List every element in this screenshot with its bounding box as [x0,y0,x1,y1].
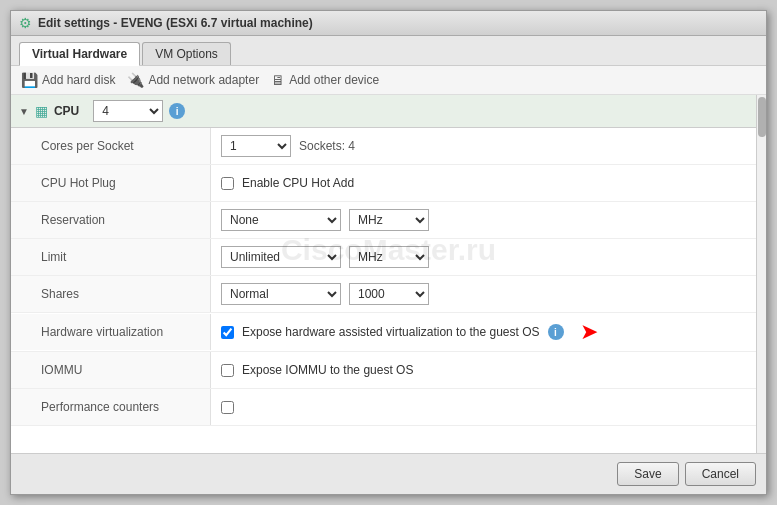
content-wrapper: ▼ ▦ CPU 4 1 2 8 16 i [11,95,756,453]
cpu-hot-plug-label: CPU Hot Plug [11,165,211,201]
iommu-checkbox-label: Expose IOMMU to the guest OS [242,363,413,377]
scrollbar-thumb[interactable] [758,97,766,137]
add-other-device-button[interactable]: 🖥 Add other device [271,72,379,88]
arrow-indicator: ➤ [580,319,598,345]
tab-virtual-hardware[interactable]: Virtual Hardware [19,42,140,66]
shares-content: Normal Low High Custom 1000 2000 [211,277,756,311]
performance-counters-label: Performance counters [11,389,211,425]
iommu-content: Expose IOMMU to the guest OS [211,357,756,383]
collapse-arrow-icon[interactable]: ▼ [19,106,29,117]
iommu-row: IOMMU Expose IOMMU to the guest OS [11,352,756,389]
add-network-adapter-button[interactable]: 🔌 Add network adapter [127,72,259,88]
reservation-unit-select[interactable]: MHz GHz [349,209,429,231]
reservation-row: Reservation None Custom MHz GHz [11,202,756,239]
cpu-section-header: ▼ ▦ CPU 4 1 2 8 16 i [11,95,756,128]
cancel-button[interactable]: Cancel [685,462,756,486]
performance-counters-checkbox[interactable] [221,401,234,414]
add-other-device-label: Add other device [289,73,379,87]
cpu-hot-plug-content: Enable CPU Hot Add [211,170,756,196]
iommu-checkbox[interactable] [221,364,234,377]
hardware-virtualization-label: Hardware virtualization [11,314,211,350]
hardware-virtualization-row: Hardware virtualization Expose hardware … [11,313,756,352]
limit-label: Limit [11,239,211,275]
performance-counters-content [211,395,756,420]
iommu-label: IOMMU [11,352,211,388]
performance-counters-row: Performance counters [11,389,756,426]
limit-value-select[interactable]: Unlimited Custom [221,246,341,268]
limit-content: Unlimited Custom MHz GHz [211,240,756,274]
limit-unit-select[interactable]: MHz GHz [349,246,429,268]
save-button[interactable]: Save [617,462,678,486]
main-area: ▼ ▦ CPU 4 1 2 8 16 i [11,95,766,453]
content-area: ▼ ▦ CPU 4 1 2 8 16 i [11,95,756,453]
add-hard-disk-label: Add hard disk [42,73,115,87]
shares-value-select[interactable]: Normal Low High Custom [221,283,341,305]
limit-row: Limit Unlimited Custom MHz GHz [11,239,756,276]
shares-row: Shares Normal Low High Custom 1000 2000 [11,276,756,313]
hard-disk-icon: 💾 [21,72,38,88]
reservation-value-select[interactable]: None Custom [221,209,341,231]
reservation-label: Reservation [11,202,211,238]
network-icon: 🔌 [127,72,144,88]
hardware-virtualization-checkbox-label: Expose hardware assisted virtualization … [242,325,540,339]
tab-bar: Virtual Hardware VM Options [11,36,766,66]
cpu-hot-plug-row: CPU Hot Plug Enable CPU Hot Add [11,165,756,202]
cpu-info-icon[interactable]: i [169,103,185,119]
main-window: ⚙ Edit settings - EVENG (ESXi 6.7 virtua… [10,10,767,495]
window-icon: ⚙ [19,15,32,31]
add-hard-disk-button[interactable]: 💾 Add hard disk [21,72,115,88]
footer: Save Cancel [11,453,766,494]
tab-vm-options[interactable]: VM Options [142,42,231,65]
red-arrow-icon: ➤ [580,319,598,345]
cores-per-socket-select[interactable]: 1 2 4 [221,135,291,157]
cores-per-socket-label: Cores per Socket [11,128,211,164]
cores-per-socket-content: 1 2 4 Sockets: 4 [211,129,756,163]
add-network-adapter-label: Add network adapter [148,73,259,87]
cores-per-socket-row: Cores per Socket 1 2 4 Sockets: 4 [11,128,756,165]
hardware-virtualization-content: Expose hardware assisted virtualization … [211,313,756,351]
cpu-hot-plug-checkbox-label: Enable CPU Hot Add [242,176,354,190]
cpu-count-select[interactable]: 4 1 2 8 16 [93,100,163,122]
device-icon: 🖥 [271,72,285,88]
cpu-section-title: CPU [54,104,79,118]
title-bar: ⚙ Edit settings - EVENG (ESXi 6.7 virtua… [11,11,766,36]
cpu-count-control: 4 1 2 8 16 i [93,100,185,122]
sockets-text: Sockets: 4 [299,139,355,153]
scrollbar[interactable] [756,95,766,453]
shares-label: Shares [11,276,211,312]
cpu-icon: ▦ [35,103,48,119]
shares-number-select[interactable]: 1000 2000 [349,283,429,305]
reservation-content: None Custom MHz GHz [211,203,756,237]
window-title: Edit settings - EVENG (ESXi 6.7 virtual … [38,16,313,30]
toolbar: 💾 Add hard disk 🔌 Add network adapter 🖥 … [11,66,766,95]
hardware-virt-info-icon[interactable]: i [548,324,564,340]
hardware-virtualization-checkbox[interactable] [221,326,234,339]
cpu-hot-plug-checkbox[interactable] [221,177,234,190]
